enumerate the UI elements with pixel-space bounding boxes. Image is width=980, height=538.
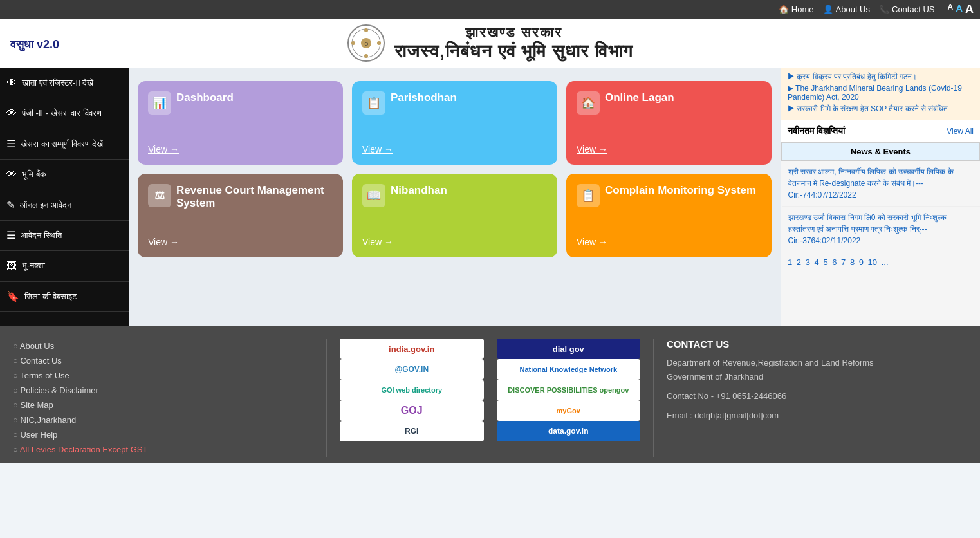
- card-view-online-lagan[interactable]: View →: [577, 144, 761, 154]
- news-scroll-area: ▶ क्रय विक्रय पर प्रतिबंध हेतु किमिटी गठ…: [781, 68, 980, 120]
- sidebar-item-jila-website[interactable]: 🔖जिला की वेबसाइट: [0, 282, 129, 312]
- page-4[interactable]: 4: [815, 257, 822, 267]
- contact-email: Email : dolrjh[at]gmail[dot]com: [667, 409, 967, 423]
- page-6[interactable]: 6: [832, 257, 839, 267]
- footer-logo-rgi[interactable]: RGI: [340, 421, 484, 441]
- top-navigation: 🏠 Home 👤 About Us 📞 Contact US A A A: [0, 0, 980, 19]
- footer-logo-mygov[interactable]: myGov: [497, 400, 641, 421]
- footer-anchor-user-help[interactable]: User Help: [20, 430, 57, 440]
- card-label-dashboard: Dashboard: [176, 91, 234, 104]
- bhoomi-bank-icon: 👁: [6, 167, 17, 181]
- card-label-online-lagan: Online Lagan: [605, 91, 674, 104]
- card-icon-online-lagan: 🏠: [577, 91, 600, 115]
- card-view-dashboard[interactable]: View →: [148, 144, 333, 154]
- home-nav-link[interactable]: 🏠 Home: [779, 5, 814, 14]
- footer-logo-dial-gov[interactable]: dial gov: [497, 339, 641, 359]
- footer-logos-left: india.gov.in@GOV.INGOI web directoryGOJR…: [340, 339, 484, 441]
- page-3[interactable]: 3: [806, 257, 813, 267]
- card-nibandhan[interactable]: 📖 Nibandhan View →: [352, 174, 557, 257]
- contact-nav-link[interactable]: 📞 Contact US: [879, 5, 934, 14]
- footer-logos-col: india.gov.in@GOV.INGOI web directoryGOJR…: [327, 339, 654, 457]
- card-label-revenue-court: Revenue Court Management System: [176, 184, 333, 210]
- view-all-link[interactable]: View All: [947, 127, 974, 136]
- page-5[interactable]: 5: [823, 257, 830, 267]
- header-text: झारखण्ड सरकार राजस्व,निबंधन एवं भूमि सुध…: [394, 24, 633, 62]
- page-header: वसुधा v2.0 ⊙ झारखण्ड सरकार राजस्व,निबंधन…: [0, 19, 980, 68]
- sidebar-item-label: जिला की वेबसाइट: [24, 291, 77, 302]
- bhoo-naksha-icon: 🖼: [6, 259, 17, 273]
- card-view-revenue-court[interactable]: View →: [148, 237, 333, 247]
- footer-anchor-all-levies-declaration-except-gst[interactable]: All Levies Declaration Except GST: [20, 445, 148, 454]
- footer-logo-opengov[interactable]: DISCOVER POSSIBILITIES opengov: [497, 380, 641, 400]
- card-view-parishodhan[interactable]: View →: [362, 144, 547, 154]
- sidebar-item-avedan-sthiti[interactable]: ☰आवेदन स्थिति: [0, 221, 129, 251]
- sidebar-item-bhoo-naksha[interactable]: 🖼भू-नक्शा: [0, 251, 129, 281]
- contact-phone: Contact No - +91 0651-2446066: [667, 389, 967, 404]
- svg-point-4: [364, 28, 368, 32]
- footer-logo-data-gov[interactable]: data.gov.in: [497, 421, 641, 441]
- footer-logo-goj[interactable]: GOJ: [340, 400, 484, 421]
- footer-logo-goi-web[interactable]: GOI web directory: [340, 380, 484, 400]
- card-icon-revenue-court: ⚖: [148, 184, 171, 207]
- font-size-a1[interactable]: A: [947, 3, 953, 16]
- svg-point-6: [351, 41, 355, 45]
- footer-link-contact-us: Contact Us: [13, 353, 313, 368]
- footer-anchor-site-map[interactable]: Site Map: [20, 400, 53, 410]
- news-row-0: श्री सरवर आलम, निम्नवर्गीय लिपिक को उच्च…: [782, 161, 980, 207]
- page-1[interactable]: 1: [788, 257, 795, 267]
- card-dashboard[interactable]: 📊 Dashboard View →: [138, 81, 343, 165]
- card-icon-nibandhan: 📖: [362, 184, 385, 207]
- card-revenue-court[interactable]: ⚖ Revenue Court Management System View →: [138, 174, 343, 257]
- page-8[interactable]: 8: [850, 257, 857, 267]
- footer-logo-india-gov[interactable]: india.gov.in: [340, 339, 484, 359]
- page-...[interactable]: ...: [882, 257, 889, 267]
- sidebar-item-bhoomi-bank[interactable]: 👁भूमि बैंक: [0, 160, 129, 190]
- jila-website-icon: 🔖: [6, 290, 19, 304]
- font-size-a3[interactable]: A: [965, 3, 974, 16]
- card-title-online-lagan: 🏠 Online Lagan: [577, 91, 761, 115]
- sidebar-item-khesra[interactable]: ☰खेसरा का सम्पूर्ण विवरण देखें: [0, 129, 129, 160]
- sidebar-item-online-avedan[interactable]: ✎ऑनलाइन आवेदन: [0, 190, 129, 221]
- footer-anchor-terms-of-use[interactable]: Terms of Use: [20, 371, 69, 380]
- card-parishodhan[interactable]: 📋 Parishodhan View →: [352, 81, 557, 165]
- page-9[interactable]: 9: [859, 257, 866, 267]
- khesra-icon: ☰: [6, 137, 15, 151]
- footer-link-policies-&-disclaimer: Policies & Disclaimer: [13, 383, 313, 398]
- footer-link-about-us: About Us: [13, 339, 313, 353]
- card-title-revenue-court: ⚖ Revenue Court Management System: [148, 184, 333, 210]
- footer-logo-nkn[interactable]: National Knowledge Network: [497, 359, 641, 380]
- about-icon: 👤: [823, 5, 833, 14]
- footer-link-user-help: User Help: [13, 427, 313, 442]
- page-7[interactable]: 7: [841, 257, 848, 267]
- font-size-a2[interactable]: A: [956, 3, 963, 16]
- footer-logo-gov-in[interactable]: @GOV.IN: [340, 359, 484, 380]
- footer-link-nic,jharkhand: NIC,Jharkhand: [13, 413, 313, 427]
- cards-area: 📊 Dashboard View → 📋 Parishodhan View → …: [129, 68, 781, 326]
- footer-anchor-nic,jharkhand[interactable]: NIC,Jharkhand: [20, 415, 76, 425]
- footer-anchor-contact-us[interactable]: Contact Us: [20, 356, 61, 366]
- page-10[interactable]: 10: [868, 257, 880, 267]
- card-view-complain[interactable]: View →: [577, 237, 761, 247]
- svg-text:⊙: ⊙: [364, 41, 369, 47]
- footer-links-col: About UsContact UsTerms of UsePolicies &…: [0, 339, 327, 457]
- footer-contact-title: CONTACT US: [667, 339, 967, 349]
- online-avedan-icon: ✎: [6, 198, 15, 212]
- home-icon: 🏠: [779, 5, 789, 14]
- card-title-parishodhan: 📋 Parishodhan: [362, 91, 547, 115]
- news-link-0[interactable]: श्री सरवर आलम, निम्नवर्गीय लिपिक को उच्च…: [782, 161, 980, 207]
- main-wrapper: 👁खाता एवं रजिस्टर-II देखें👁पंजी -II - खे…: [0, 68, 980, 326]
- news-link-1[interactable]: झारखण्ड उर्जा विकास निगम लि0 को सरकारी भ…: [782, 207, 980, 252]
- card-online-lagan[interactable]: 🏠 Online Lagan View →: [566, 81, 772, 165]
- card-view-nibandhan[interactable]: View →: [362, 237, 547, 247]
- card-title-nibandhan: 📖 Nibandhan: [362, 184, 547, 207]
- sidebar-item-khata[interactable]: 👁खाता एवं रजिस्टर-II देखें: [0, 68, 129, 98]
- card-complain[interactable]: 📋 Complain Monitoring System View →: [566, 174, 772, 257]
- card-label-parishodhan: Parishodhan: [391, 91, 457, 104]
- footer-anchor-about-us[interactable]: About Us: [20, 341, 54, 351]
- footer-anchor-policies-&-disclaimer[interactable]: Policies & Disclaimer: [20, 385, 98, 395]
- page-2[interactable]: 2: [797, 257, 804, 267]
- sidebar-item-panji[interactable]: 👁पंजी -II - खेसरा वार विवरण: [0, 98, 129, 129]
- about-nav-link[interactable]: 👤 About Us: [823, 5, 870, 14]
- sidebar-item-label: खेसरा का सम्पूर्ण विवरण देखें: [21, 138, 103, 150]
- govt-logo: ⊙: [347, 24, 385, 62]
